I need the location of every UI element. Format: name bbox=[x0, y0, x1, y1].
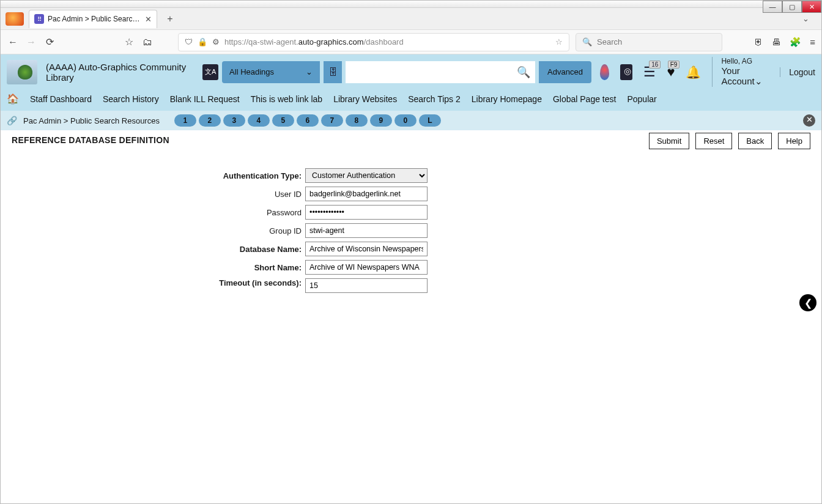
notifications-icon[interactable]: 🔔 bbox=[686, 65, 701, 80]
page-pill[interactable]: 5 bbox=[272, 114, 294, 127]
page-pill[interactable]: 6 bbox=[297, 114, 319, 127]
favorites-badge: F9 bbox=[668, 61, 680, 69]
page-pill[interactable]: 9 bbox=[370, 114, 392, 127]
nav-search-history[interactable]: Search History bbox=[103, 94, 159, 104]
menu-icon[interactable]: ≡ bbox=[810, 37, 815, 48]
reset-button[interactable]: Reset bbox=[695, 133, 732, 149]
database-icon[interactable]: 🗄 bbox=[324, 61, 342, 83]
resources-icon[interactable] bbox=[620, 64, 632, 80]
tab-title: Pac Admin > Public Search Res bbox=[48, 15, 141, 23]
group-id-input[interactable] bbox=[305, 223, 428, 238]
catalog-search-field[interactable]: 🔍 bbox=[346, 61, 535, 83]
breadcrumb-text: Pac Admin > Public Search Resources bbox=[23, 116, 160, 125]
short-name-label: Short Name: bbox=[195, 263, 305, 272]
timeout-input[interactable] bbox=[305, 278, 428, 293]
tabs-overflow-icon[interactable]: ⌄ bbox=[795, 14, 816, 23]
window-titlebar: — ▢ ✕ bbox=[1, 1, 821, 8]
side-drawer-toggle[interactable]: ❮ bbox=[799, 294, 816, 311]
catalog-search-input[interactable] bbox=[350, 67, 517, 77]
nav-global-page-test[interactable]: Global Page test bbox=[553, 94, 616, 104]
db-name-input[interactable] bbox=[305, 242, 428, 256]
browser-tab[interactable]: ⠿ Pac Admin > Public Search Res ✕ bbox=[29, 10, 157, 28]
nav-reload-icon[interactable]: ⟳ bbox=[43, 36, 56, 48]
account-label: Your Account bbox=[721, 65, 754, 86]
new-tab-button[interactable]: + bbox=[162, 11, 178, 27]
list-icon[interactable]: ☰ 16 bbox=[643, 64, 656, 80]
browser-search-placeholder: Search bbox=[597, 37, 622, 46]
breadcrumb-bar: 🔗 Pac Admin > Public Search Resources 1 … bbox=[1, 111, 821, 130]
timeout-label: Timeout (in seconds): bbox=[195, 278, 305, 288]
user-id-label: User ID bbox=[195, 190, 305, 199]
back-button[interactable]: Back bbox=[738, 133, 772, 149]
db-name-label: Database Name: bbox=[195, 245, 305, 254]
nav-library-websites[interactable]: Library Websites bbox=[333, 94, 397, 104]
page-pill[interactable]: 8 bbox=[346, 114, 368, 127]
page-bookmark-icon[interactable]: ☆ bbox=[555, 37, 563, 46]
extensions-icon[interactable]: 🧩 bbox=[790, 37, 801, 48]
password-label: Password bbox=[195, 208, 305, 217]
auth-type-select[interactable]: Customer Authentication bbox=[305, 168, 428, 183]
app-header: (AAAA) Auto-Graphics Community Library 文… bbox=[1, 54, 821, 89]
page-pill[interactable]: 0 bbox=[394, 114, 417, 127]
lock-icon: 🔒 bbox=[198, 37, 207, 46]
pocket-icon[interactable]: ⛨ bbox=[754, 37, 763, 48]
page-pill[interactable]: 4 bbox=[248, 114, 270, 127]
shield-icon: 🛡 bbox=[185, 37, 193, 46]
bookmark-star-icon[interactable]: ☆ bbox=[123, 36, 135, 48]
group-id-label: Group ID bbox=[195, 226, 305, 235]
user-id-input[interactable] bbox=[305, 187, 428, 201]
submit-button[interactable]: Submit bbox=[649, 133, 689, 149]
form: Authentication Type: Customer Authentica… bbox=[195, 167, 810, 293]
chevron-down-icon: ⌄ bbox=[755, 76, 763, 86]
home-icon[interactable]: 🏠 bbox=[7, 93, 19, 105]
nav-library-homepage[interactable]: Library Homepage bbox=[472, 94, 542, 104]
balloon-icon[interactable] bbox=[600, 64, 609, 80]
nav-links: 🏠 Staff Dashboard Search History Blank I… bbox=[1, 89, 821, 111]
account-menu[interactable]: Hello, AG Your Account⌄ bbox=[712, 57, 769, 87]
tab-close-icon[interactable]: ✕ bbox=[145, 15, 152, 24]
page-pill[interactable]: 1 bbox=[174, 114, 196, 127]
calendar-icon[interactable]: 🗂 bbox=[141, 37, 154, 48]
nav-back-icon[interactable]: ← bbox=[7, 37, 19, 48]
page-pill[interactable]: 3 bbox=[223, 114, 245, 127]
permissions-icon: ⚙ bbox=[212, 37, 220, 46]
favorites-icon[interactable]: ♥ F9 bbox=[667, 64, 675, 80]
short-name-input[interactable] bbox=[305, 260, 428, 275]
browser-toolbar: ← → ⟳ ☆ 🗂 🛡 🔒 ⚙ https://qa-stwi-agent.au… bbox=[1, 30, 821, 54]
nav-staff-dashboard[interactable]: Staff Dashboard bbox=[30, 94, 92, 104]
language-icon[interactable]: 文A bbox=[202, 64, 218, 80]
search-icon[interactable]: 🔍 bbox=[517, 65, 530, 79]
logout-link[interactable]: Logout bbox=[780, 67, 815, 77]
help-button[interactable]: Help bbox=[778, 133, 810, 149]
nav-search-tips[interactable]: Search Tips 2 bbox=[408, 94, 461, 104]
content-area: REFERENCE DATABASE DEFINITION Submit Res… bbox=[1, 130, 821, 299]
nav-forward-icon: → bbox=[25, 37, 37, 48]
nav-web-link-lab[interactable]: This is web link lab bbox=[251, 94, 323, 104]
headings-dropdown[interactable]: All Headings ⌄ bbox=[222, 61, 320, 83]
address-bar[interactable]: 🛡 🔒 ⚙ https://qa-stwi-agent.auto-graphic… bbox=[178, 33, 569, 51]
password-input[interactable] bbox=[305, 205, 428, 220]
auth-type-label: Authentication Type: bbox=[195, 171, 305, 180]
chain-icon: 🔗 bbox=[7, 116, 17, 125]
list-badge: 16 bbox=[649, 61, 661, 69]
nav-blank-ill[interactable]: Blank ILL Request bbox=[170, 94, 240, 104]
headings-label: All Headings bbox=[229, 67, 274, 76]
nav-popular[interactable]: Popular bbox=[627, 94, 656, 104]
search-icon: 🔍 bbox=[582, 37, 592, 46]
browser-search-field[interactable]: 🔍 Search bbox=[576, 33, 722, 51]
url-text: https://qa-stwi-agent.auto-graphics.com/… bbox=[224, 37, 550, 46]
library-logo bbox=[7, 60, 37, 84]
advanced-search-button[interactable]: Advanced bbox=[539, 61, 591, 83]
library-name: (AAAA) Auto-Graphics Community Library bbox=[46, 62, 188, 83]
page-pill[interactable]: 7 bbox=[321, 114, 343, 127]
window-close[interactable]: ✕ bbox=[802, 1, 821, 13]
close-icon[interactable]: ✕ bbox=[803, 114, 815, 127]
page-pill[interactable]: 2 bbox=[199, 114, 221, 127]
browser-tabstrip: ⠿ Pac Admin > Public Search Res ✕ + ⌄ bbox=[1, 8, 821, 30]
tab-favicon-icon: ⠿ bbox=[34, 14, 44, 24]
page-pill[interactable]: L bbox=[419, 114, 441, 127]
window-maximize[interactable]: ▢ bbox=[782, 1, 802, 13]
print-icon[interactable]: 🖶 bbox=[772, 37, 781, 48]
window-minimize[interactable]: — bbox=[763, 1, 782, 13]
page-pills: 1 2 3 4 5 6 7 8 9 0 L bbox=[174, 114, 441, 127]
